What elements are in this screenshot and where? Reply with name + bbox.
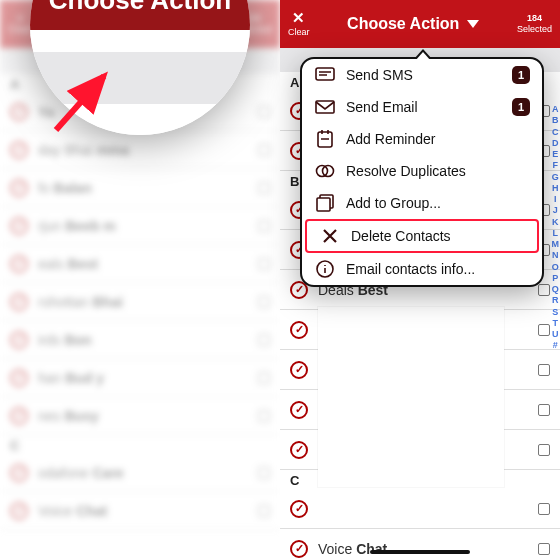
checkmark-icon (10, 464, 28, 482)
menu-item-label: Send Email (346, 99, 502, 115)
checkmark-icon (10, 293, 28, 311)
checkmark-icon (10, 502, 28, 520)
card-icon (538, 364, 550, 376)
clear-button[interactable]: ✕Clear (288, 10, 310, 37)
card-icon (258, 410, 270, 422)
card-icon (538, 503, 550, 515)
checkmark-icon (290, 441, 308, 459)
section-header: C (0, 435, 280, 454)
list-item[interactable] (280, 489, 560, 529)
action-menu-popover: Send SMS1Send Email1Add ReminderResolve … (300, 57, 544, 287)
count-badge: 1 (512, 98, 530, 116)
contact-name: irds Bon (38, 332, 258, 348)
group-icon (314, 194, 336, 212)
checkmark-icon (290, 321, 308, 339)
menu-item-delete[interactable]: Delete Contacts (305, 219, 539, 253)
contact-name: rshottan Bhai (38, 294, 258, 310)
checkmark-icon (10, 217, 28, 235)
home-indicator (370, 550, 470, 554)
right-header: ✕Clear Choose Action 184Selected (280, 0, 560, 48)
list-item[interactable]: Voice Chat (0, 492, 280, 530)
card-icon (258, 334, 270, 346)
menu-item-label: Delete Contacts (351, 228, 525, 244)
contact-name: rjun Beeb m (38, 218, 258, 234)
card-icon (538, 444, 550, 456)
contact-name: han Bud y (38, 370, 258, 386)
checkmark-icon (10, 255, 28, 273)
zoom-bubble: Choose Action (0, 0, 280, 200)
card-icon (258, 505, 270, 517)
menu-item-duplicates[interactable]: Resolve Duplicates (302, 155, 542, 187)
contact-name: odafone Care (38, 465, 258, 481)
menu-item-label: Add to Group... (346, 195, 530, 211)
list-item[interactable]: rjun Beeb m (0, 207, 280, 245)
checkmark-icon (290, 540, 308, 558)
zoom-header: Choose Action (30, 0, 250, 30)
delete-icon (319, 227, 341, 245)
card-icon (538, 404, 550, 416)
chevron-down-icon (467, 20, 479, 28)
svg-rect-7 (317, 198, 330, 211)
list-item[interactable]: nes Busy (0, 397, 280, 435)
card-icon (258, 258, 270, 270)
svg-rect-2 (316, 101, 334, 113)
card-icon (538, 284, 550, 296)
checkmark-icon (10, 369, 28, 387)
sms-icon (314, 67, 336, 83)
menu-item-email[interactable]: Send Email1 (302, 91, 542, 123)
menu-item-label: Email contacts info... (346, 261, 530, 277)
list-item[interactable]: Voice Chat (280, 529, 560, 560)
menu-item-group[interactable]: Add to Group... (302, 187, 542, 219)
list-item[interactable]: han Bud y (0, 359, 280, 397)
checkmark-icon (10, 407, 28, 425)
card-icon (538, 324, 550, 336)
choose-action-dropdown[interactable]: Choose Action (347, 15, 479, 33)
reminder-icon (314, 129, 336, 149)
menu-item-label: Send SMS (346, 67, 502, 83)
list-item[interactable]: odafone Care (0, 454, 280, 492)
contact-name: Voice Chat (318, 541, 538, 557)
menu-item-label: Add Reminder (346, 131, 530, 147)
contact-name: eals Best (38, 256, 258, 272)
contact-name: nes Busy (38, 408, 258, 424)
right-panel: ✕Clear Choose Action 184Selected A B Dea… (280, 0, 560, 560)
list-item[interactable]: irds Bon (0, 321, 280, 359)
card-icon (258, 296, 270, 308)
white-overlay (318, 307, 504, 487)
card-icon (258, 467, 270, 479)
checkmark-icon (290, 361, 308, 379)
selected-count: 184Selected (517, 14, 552, 35)
checkmark-icon (290, 401, 308, 419)
svg-rect-1 (316, 68, 334, 80)
menu-item-label: Resolve Duplicates (346, 163, 530, 179)
checkmark-icon (10, 331, 28, 349)
card-icon (258, 372, 270, 384)
count-badge: 1 (512, 66, 530, 84)
duplicates-icon (314, 162, 336, 180)
list-item[interactable]: rshottan Bhai (0, 283, 280, 321)
card-icon (538, 543, 550, 555)
list-item[interactable]: eals Best (0, 245, 280, 283)
contact-name: Voice Chat (38, 503, 258, 519)
alpha-index[interactable]: ABCDEFGHIJKLMNOPQRSTU# (552, 104, 560, 352)
menu-item-reminder[interactable]: Add Reminder (302, 123, 542, 155)
left-panel: ✕Clear Choose Action 184Selected A Yaday… (0, 0, 280, 560)
card-icon (258, 220, 270, 232)
menu-item-info[interactable]: Email contacts info... (302, 253, 542, 285)
checkmark-icon (290, 500, 308, 518)
info-icon (314, 260, 336, 278)
menu-item-sms[interactable]: Send SMS1 (302, 59, 542, 91)
email-icon (314, 99, 336, 115)
